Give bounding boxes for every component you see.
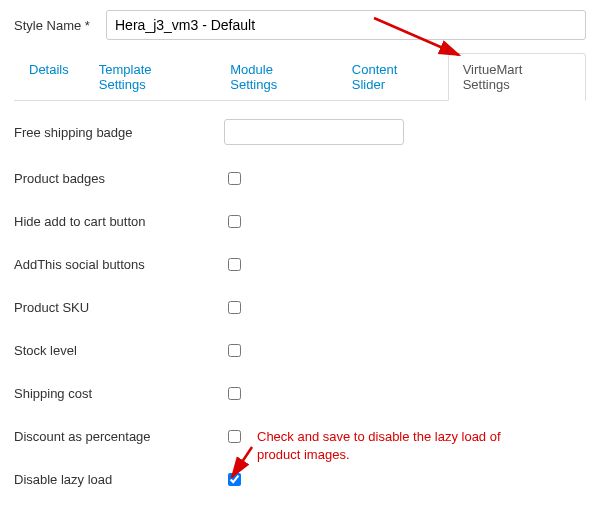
row-discount-percentage: Discount as percentage: [14, 427, 586, 446]
checkbox-discount-percentage[interactable]: [228, 430, 241, 443]
row-hide-add-to-cart: Hide add to cart button: [14, 212, 586, 231]
input-free-shipping-badge[interactable]: [224, 119, 404, 145]
row-shipping-cost: Shipping cost: [14, 384, 586, 403]
tab-module-settings[interactable]: Module Settings: [215, 53, 337, 101]
label-hide-add-to-cart: Hide add to cart button: [14, 214, 224, 229]
tab-content-slider[interactable]: Content Slider: [337, 53, 448, 101]
style-name-input[interactable]: [106, 10, 586, 40]
settings-form: Style Name * Details Template Settings M…: [14, 10, 586, 489]
label-disable-lazy-load: Disable lazy load: [14, 472, 224, 487]
style-name-input-wrap: [106, 10, 586, 40]
label-discount-percentage: Discount as percentage: [14, 429, 224, 444]
checkbox-shipping-cost[interactable]: [228, 387, 241, 400]
tab-template-settings[interactable]: Template Settings: [84, 53, 215, 101]
checkbox-hide-add-to-cart[interactable]: [228, 215, 241, 228]
label-addthis-social: AddThis social buttons: [14, 257, 224, 272]
checkbox-disable-lazy-load[interactable]: [228, 473, 241, 486]
checkbox-product-sku[interactable]: [228, 301, 241, 314]
label-product-badges: Product badges: [14, 171, 224, 186]
row-stock-level: Stock level: [14, 341, 586, 360]
row-addthis-social: AddThis social buttons: [14, 255, 586, 274]
row-free-shipping-badge: Free shipping badge: [14, 119, 586, 145]
label-product-sku: Product SKU: [14, 300, 224, 315]
label-stock-level: Stock level: [14, 343, 224, 358]
tab-details[interactable]: Details: [14, 53, 84, 101]
checkbox-stock-level[interactable]: [228, 344, 241, 357]
tab-virtuemart-settings[interactable]: VirtueMart Settings: [448, 53, 586, 101]
label-shipping-cost: Shipping cost: [14, 386, 224, 401]
label-free-shipping-badge: Free shipping badge: [14, 125, 224, 140]
style-name-row: Style Name *: [14, 10, 586, 40]
checkbox-addthis-social[interactable]: [228, 258, 241, 271]
tabs: Details Template Settings Module Setting…: [14, 52, 586, 101]
row-product-sku: Product SKU: [14, 298, 586, 317]
style-name-label: Style Name *: [14, 18, 106, 33]
row-product-badges: Product badges: [14, 169, 586, 188]
row-disable-lazy-load: Disable lazy load: [14, 470, 586, 489]
checkbox-product-badges[interactable]: [228, 172, 241, 185]
